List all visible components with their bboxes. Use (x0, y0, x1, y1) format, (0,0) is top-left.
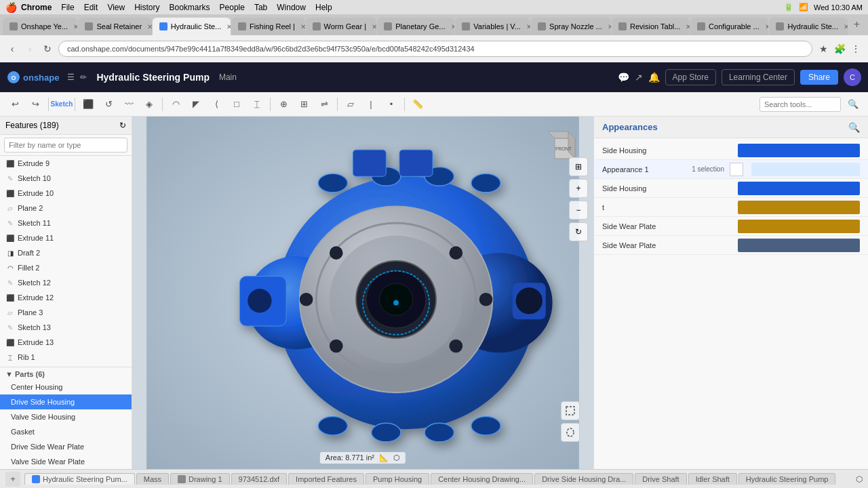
sweep-button[interactable]: 〰 (119, 95, 138, 114)
apple-logo[interactable]: 🍎 (5, 2, 17, 13)
forward-button[interactable]: › (23, 42, 37, 56)
menu-chrome[interactable]: Chrome (21, 3, 52, 12)
share-expand-icon[interactable]: ↗ (635, 72, 643, 83)
menu-tab[interactable]: Tab (254, 3, 267, 12)
draft-button[interactable]: ⟨ (207, 95, 226, 114)
rib-button[interactable]: ⌶ (248, 95, 267, 114)
status-tab-dxf[interactable]: 9734512.dxf (231, 473, 288, 485)
appearance-color-side-housing-2[interactable] (738, 182, 860, 195)
tab-close-worm[interactable]: ✕ (372, 23, 376, 30)
shell-button[interactable]: □ (227, 95, 246, 114)
fit-all-button[interactable]: ⊞ (569, 157, 588, 176)
boolean-button[interactable]: ⊕ (274, 95, 293, 114)
appearance-color-wear-plate-2[interactable] (738, 239, 860, 252)
appearance-color-wear-plate-1[interactable] (738, 220, 860, 233)
menu-bookmarks[interactable]: Bookmarks (170, 3, 210, 12)
reload-button[interactable]: ↻ (41, 42, 54, 56)
app-store-button[interactable]: App Store (665, 69, 716, 85)
status-tab-drive-side-drawing[interactable]: Drive Side Housing Dra... (534, 473, 633, 485)
feature-rib1[interactable]: ⌶ Rib 1 (0, 350, 132, 364)
rotate-button[interactable]: ↻ (569, 222, 588, 241)
filter-input[interactable] (4, 138, 127, 152)
status-tab-pump-housing[interactable]: Pump Housing (366, 473, 429, 485)
status-tab-mass[interactable]: Mass (136, 473, 169, 485)
extensions-button[interactable]: 🧩 (833, 42, 846, 56)
status-tab-hydraulic[interactable]: Hydraulic Steering Pum... (24, 473, 135, 485)
feature-sketch12[interactable]: ✎ Sketch 12 (0, 275, 132, 290)
area-expand-icon[interactable]: ⬡ (393, 453, 400, 462)
feature-extrude12[interactable]: ⬛ Extrude 12 (0, 290, 132, 305)
tab-hydraulic[interactable]: Hydraulic Ste... ✕ (153, 18, 231, 35)
status-tab-hydraulic-final[interactable]: Hydraulic Steering Pump (738, 473, 836, 485)
tab-variables[interactable]: Variables | V... ✕ (455, 18, 530, 35)
pattern-button[interactable]: ⊞ (294, 95, 313, 114)
notifications-icon[interactable]: 🔔 (648, 72, 660, 83)
extrude-button[interactable]: ⬛ (79, 95, 98, 114)
redo-button[interactable]: ↪ (26, 95, 45, 114)
doc-edit-icon[interactable]: ✏ (80, 73, 87, 82)
feature-fillet2[interactable]: ◠ Fillet 2 (0, 260, 132, 275)
status-tab-drive-shaft[interactable]: Drive Shaft (635, 473, 686, 485)
tab-close-variables[interactable]: ✕ (526, 23, 530, 30)
appearance-row-side-housing-1[interactable]: Side Housing (594, 141, 868, 160)
selection-box-button[interactable] (561, 401, 580, 420)
tab-close-fishing[interactable]: ✕ (300, 23, 305, 30)
tab-planetary[interactable]: Planetary Ge... ✕ (377, 18, 454, 35)
part-center-housing[interactable]: Center Housing (0, 380, 132, 394)
plane-button[interactable]: ▱ (341, 95, 360, 114)
panel-refresh-icon[interactable]: ↻ (119, 121, 126, 130)
3d-view[interactable]: FRONT ⊞ + − ↻ Area: 8.771 in² 📐 ⬡ (132, 117, 593, 469)
feature-plane3[interactable]: ▱ Plane 3 (0, 305, 132, 320)
appearance-color-swatch-small[interactable] (730, 163, 743, 176)
appearance-row-wear-plate-1[interactable]: Side Wear Plate (594, 217, 868, 236)
appearance-row-appearance1[interactable]: Appearance 1 1 selection (594, 160, 868, 179)
measure-button[interactable]: 📏 (408, 95, 427, 114)
status-expand-icon[interactable]: ⬡ (856, 474, 863, 484)
part-gasket[interactable]: Gasket (0, 424, 132, 439)
point-button[interactable]: • (382, 95, 401, 114)
tab-close-spray[interactable]: ✕ (608, 23, 611, 30)
tab-close-config[interactable]: ✕ (765, 23, 769, 30)
zoom-in-button[interactable]: + (569, 179, 588, 198)
status-tab-center-housing-drawing[interactable]: Center Housing Drawing... (431, 473, 533, 485)
loft-button[interactable]: ◈ (140, 95, 159, 114)
feature-extrude13[interactable]: ⬛ Extrude 13 (0, 335, 132, 350)
feature-sketch11[interactable]: ✎ Sketch 11 (0, 216, 132, 230)
address-bar[interactable]: cad.onshape.com/documents/947be99c4411a7… (58, 41, 812, 57)
tab-fishing[interactable]: Fishing Reel | ✕ (231, 18, 305, 35)
menu-button[interactable]: ⋮ (849, 42, 863, 56)
axis-button[interactable]: | (361, 95, 380, 114)
tab-seal[interactable]: Seal Retainer ✕ (78, 18, 151, 35)
tab-worm[interactable]: Worm Gear | ✕ (306, 18, 377, 35)
tab-close-hydraulic2[interactable]: ✕ (844, 23, 848, 30)
search-button[interactable]: 🔍 (844, 95, 863, 114)
zoom-out-button[interactable]: − (569, 201, 588, 220)
tab-close-hydraulic[interactable]: ✕ (226, 23, 231, 30)
tab-close-onshape[interactable]: ✕ (73, 23, 77, 30)
part-drive-side-housing[interactable]: Drive Side Housing (0, 394, 132, 409)
comment-icon[interactable]: 💬 (618, 72, 629, 83)
feature-extrude10[interactable]: ⬛ Extrude 10 (0, 186, 132, 201)
feature-sketch10[interactable]: ✎ Sketch 10 (0, 171, 132, 186)
chamfer-button[interactable]: ◤ (186, 95, 205, 114)
parts-expand-icon[interactable]: ▼ (5, 370, 13, 378)
appearance-row-wear-plate-2[interactable]: Side Wear Plate (594, 236, 868, 255)
doc-settings-icon[interactable]: ☰ (67, 73, 75, 82)
tab-close-planetary[interactable]: ✕ (451, 23, 455, 30)
menu-file[interactable]: File (61, 3, 74, 12)
status-tab-idler-shaft[interactable]: Idler Shaft (688, 473, 737, 485)
tab-close-seal[interactable]: ✕ (147, 23, 152, 30)
menu-view[interactable]: View (107, 3, 125, 12)
tab-spray[interactable]: Spray Nozzle ... ✕ (531, 18, 611, 35)
feature-extrude11[interactable]: ⬛ Extrude 11 (0, 230, 132, 245)
appearances-search-icon[interactable]: 🔍 (848, 122, 860, 133)
status-tab-drawing1[interactable]: Drawing 1 (170, 473, 230, 485)
search-tools-input[interactable] (760, 97, 841, 112)
appearance-row-t[interactable]: t (594, 198, 868, 217)
part-valve-wear-plate[interactable]: Valve Side Wear Plate (0, 454, 132, 469)
back-button[interactable]: ‹ (5, 42, 19, 56)
sketch-button[interactable]: Sketch (52, 95, 71, 114)
part-drive-wear-plate[interactable]: Drive Side Wear Plate (0, 439, 132, 454)
fillet-button[interactable]: ◠ (166, 95, 185, 114)
share-button[interactable]: Share (800, 70, 838, 85)
